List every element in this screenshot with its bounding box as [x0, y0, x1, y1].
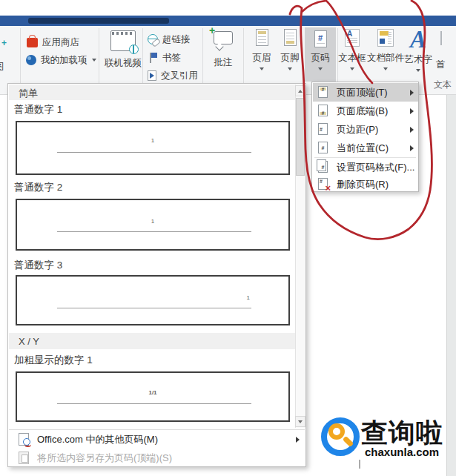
remove-page-numbers-icon: # ×	[318, 178, 328, 190]
gallery-footer-save-item: 将所选内容另存为页码(顶端)(S)	[9, 449, 305, 467]
gallery-item-label: 普通数字 2	[14, 181, 62, 194]
format-page-numbers-icon: #	[318, 161, 328, 173]
bookmark-label: 书签	[162, 52, 181, 65]
cross-reference-button[interactable]: 交叉引用	[148, 68, 198, 83]
app-store-icon	[27, 38, 38, 47]
header-label: 页眉	[253, 52, 271, 65]
preview-rule-line	[57, 231, 251, 232]
preview-rule-line	[57, 308, 251, 308]
preview-page-number: 1	[17, 218, 288, 225]
gallery-preview-plain-number-3[interactable]: 1	[16, 275, 290, 325]
submenu-arrow-icon	[410, 127, 414, 133]
text-cursor-mark	[359, 460, 360, 469]
plus-icon: +	[1, 38, 7, 48]
online-video-button[interactable]: 联机视频	[101, 30, 145, 70]
current-position-icon: #	[318, 142, 328, 153]
dropdown-arrow-icon	[92, 59, 96, 62]
gallery-scrollbar-thumb[interactable]	[296, 98, 305, 176]
preview-rule-line	[57, 403, 251, 404]
wordart-button[interactable]: A 艺术字	[403, 27, 433, 72]
title-bar	[0, 16, 456, 26]
footer-label: 页脚	[281, 52, 300, 65]
gallery-item-label: 加粗显示的数字 1	[14, 354, 93, 367]
dropdown-arrow-icon	[383, 67, 388, 70]
gallery-preview-plain-number-2[interactable]: 1	[16, 199, 290, 251]
header-icon	[256, 29, 268, 46]
scroll-up-icon	[298, 90, 303, 93]
page-number-gallery: 简单 普通数字 1 1 普通数字 2 1 普通数字 3 1 X / Y 加粗显示…	[7, 83, 306, 467]
submenu-arrow-icon	[296, 437, 300, 443]
bookmark-button[interactable]: 书签	[148, 50, 181, 65]
office-more-icon	[19, 433, 29, 446]
dropdown-arrow-icon	[260, 67, 264, 70]
screenshot-label: 图	[0, 61, 4, 73]
online-video-label: 联机视频	[105, 57, 142, 70]
preview-rule-line	[57, 152, 251, 153]
page-number-icon: #	[314, 30, 327, 47]
save-selection-icon	[19, 452, 29, 464]
dropdown-arrow-icon	[318, 67, 323, 70]
menu-item-top-of-page[interactable]: # 页面顶端(T)	[313, 83, 418, 102]
hyperlink-button[interactable]: 超链接	[148, 32, 191, 47]
submenu-arrow-icon	[410, 145, 414, 151]
drop-cap-button-partial[interactable]: 首	[434, 29, 456, 85]
menu-item-current-position[interactable]: # 当前位置(C)	[313, 139, 418, 157]
page-number-menu: # 页面顶端(T) # 页面底端(B) # 页边距(P) # 当前位置(C)	[311, 82, 419, 192]
gallery-preview-plain-number-1[interactable]: 1	[16, 121, 290, 175]
wordart-label: 艺术字	[404, 53, 432, 66]
scroll-down-icon	[298, 420, 303, 423]
watermark-domain: chaxunla.com	[365, 446, 439, 458]
menu-item-bottom-of-page[interactable]: # 页面底端(B)	[313, 102, 418, 120]
comment-button[interactable]: + 批注	[205, 30, 242, 69]
gallery-scroll-up-button[interactable]	[295, 85, 305, 96]
text-box-icon: A	[345, 29, 360, 47]
screenshot-button-partial[interactable]: + 图	[0, 33, 19, 89]
my-addins-button[interactable]: 我的加载项	[26, 53, 96, 67]
bookmark-icon	[148, 53, 158, 63]
word-window: + 图 应用商店 我的加载项 联机视频 超链接 书签 交叉引用	[0, 0, 456, 476]
cross-reference-label: 交叉引用	[161, 70, 198, 82]
gallery-preview-bold-number-1[interactable]: 1/1	[16, 371, 290, 422]
comment-label: 批注	[214, 56, 233, 69]
app-store-label: 应用商店	[42, 36, 79, 49]
gallery-footer-more-item[interactable]: Office.com 中的其他页码(M)	[9, 430, 305, 449]
app-store-button[interactable]: 应用商店	[27, 35, 79, 50]
preview-page-number: 1	[247, 294, 250, 301]
gallery-section-simple: 简单	[9, 85, 295, 100]
hyperlink-label: 超链接	[162, 33, 191, 46]
gallery-scroll-down-button[interactable]	[295, 416, 305, 427]
gallery-item-label: 普通数字 3	[14, 259, 62, 272]
online-video-icon	[110, 30, 136, 51]
header-button[interactable]: 页眉	[248, 29, 276, 70]
page-number-label: 页码	[311, 52, 330, 65]
wordart-icon: A	[410, 27, 426, 52]
drop-cap-label: 首	[436, 59, 446, 71]
quick-parts-icon	[377, 29, 394, 47]
text-group-label: 文本	[434, 79, 452, 91]
dropdown-arrow-icon	[350, 67, 354, 70]
footer-icon	[284, 29, 297, 46]
dropdown-arrow-icon	[416, 69, 420, 72]
menu-item-page-margins[interactable]: # 页边距(P)	[313, 120, 418, 139]
gallery-item-label: 普通数字 1	[14, 103, 62, 116]
submenu-arrow-icon	[410, 90, 414, 96]
footer-button[interactable]: 页脚	[276, 29, 304, 70]
my-addins-label: 我的加载项	[41, 54, 87, 67]
quick-parts-button[interactable]: 文档部件	[368, 29, 403, 70]
preview-page-number: 1	[17, 137, 288, 144]
page-bottom-icon: #	[318, 105, 328, 116]
dropdown-arrow-icon	[288, 67, 292, 70]
title-text-blur	[28, 18, 169, 24]
menu-item-format-page-numbers[interactable]: # 设置页码格式(F)...	[313, 158, 418, 176]
preview-page-fraction: 1/1	[17, 389, 288, 396]
page-top-icon: #	[318, 86, 328, 98]
text-box-button[interactable]: A 文本框	[337, 29, 368, 70]
my-addins-icon	[26, 55, 36, 65]
menu-item-remove-page-numbers[interactable]: # × 删除页码(R)	[313, 176, 418, 192]
page-number-button[interactable]: # 页码	[305, 27, 336, 82]
page-margins-icon: #	[318, 123, 328, 135]
drop-cap-icon	[440, 31, 442, 45]
hyperlink-icon	[148, 34, 158, 44]
document-scrollbar-area[interactable]	[446, 95, 456, 476]
comment-icon: +	[212, 30, 234, 49]
